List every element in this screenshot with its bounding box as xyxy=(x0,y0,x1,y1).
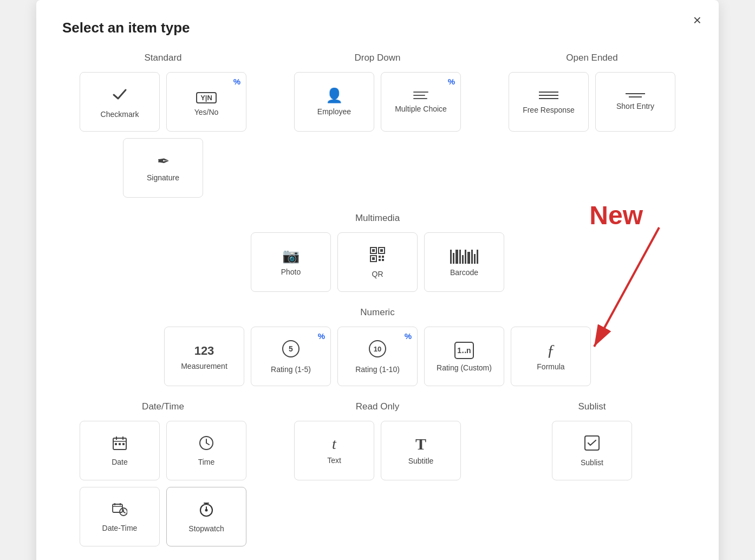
item-text[interactable]: t Text xyxy=(294,421,374,480)
svg-rect-18 xyxy=(115,443,117,445)
barcode-icon xyxy=(450,248,478,264)
formula-label: Formula xyxy=(537,362,564,371)
item-formula[interactable]: ƒ Formula xyxy=(511,327,591,386)
ratingcustom-label: Rating (Custom) xyxy=(437,363,492,372)
item-stopwatch[interactable]: Stopwatch xyxy=(166,487,246,546)
svg-rect-7 xyxy=(382,256,384,258)
openended-items: Free Response Short Entry xyxy=(509,72,675,132)
top-sections-row: Standard Checkmark % Y|N Yes/No xyxy=(62,53,693,198)
time-label: Time xyxy=(198,458,215,466)
item-rating15[interactable]: % 5 Rating (1-5) xyxy=(251,327,331,386)
employee-icon xyxy=(326,88,343,103)
datetime-label-item: Date-Time xyxy=(102,524,138,532)
multimedia-label: Multimedia xyxy=(62,213,693,224)
svg-text:10: 10 xyxy=(374,345,381,353)
standard-items: Checkmark % Y|N Yes/No Signature xyxy=(62,72,264,198)
svg-point-35 xyxy=(205,509,208,511)
dropdown-label: Drop Down xyxy=(354,53,400,63)
svg-rect-5 xyxy=(372,257,375,260)
svg-rect-20 xyxy=(122,443,125,445)
measurement-label: Measurement xyxy=(181,362,227,370)
standard-label: Standard xyxy=(145,53,182,63)
item-employee[interactable]: Employee xyxy=(294,72,374,132)
item-subtitle[interactable]: T Subtitle xyxy=(381,421,461,480)
sublist-icon xyxy=(584,435,600,454)
item-shortentry[interactable]: Short Entry xyxy=(595,72,675,132)
multiplechoice-icon xyxy=(413,90,428,100)
checkmark-label: Checkmark xyxy=(101,110,139,119)
rating15-icon: 5 xyxy=(282,340,300,361)
select-item-type-modal: Select an item type × Standard Checkmark… xyxy=(36,0,719,560)
rating15-percent: % xyxy=(318,331,325,341)
close-button[interactable]: × xyxy=(693,13,701,27)
modal-title: Select an item type xyxy=(62,19,693,36)
datetime-section: Date/Time Date Time xyxy=(62,401,264,546)
rating15-label: Rating (1-5) xyxy=(271,365,311,374)
multiplechoice-percent: % xyxy=(448,77,455,86)
standard-section: Standard Checkmark % Y|N Yes/No xyxy=(62,53,264,198)
item-time[interactable]: Time xyxy=(166,421,246,480)
ratingcustom-icon: 1‥n xyxy=(454,341,474,359)
multimedia-items: Photo QR xyxy=(62,232,693,292)
item-barcode[interactable]: Barcode xyxy=(424,232,504,292)
dropdown-items: Employee % Multiple Choice xyxy=(294,72,461,132)
item-freeresponse[interactable]: Free Response xyxy=(509,72,589,132)
sublist-section: Sublist Sublist xyxy=(491,401,693,480)
freeresponse-label: Free Response xyxy=(523,106,575,114)
yesno-percent: % xyxy=(233,77,240,86)
formula-icon: ƒ xyxy=(547,342,555,358)
dropdown-section: Drop Down Employee % Multiple Ch xyxy=(277,53,478,198)
item-checkmark[interactable]: Checkmark xyxy=(80,72,160,132)
yesno-label: Yes/No xyxy=(194,108,219,116)
photo-icon xyxy=(282,248,300,263)
item-multiplechoice[interactable]: % Multiple Choice xyxy=(381,72,461,132)
item-ratingcustom[interactable]: 1‥n Rating (Custom) xyxy=(424,327,504,386)
numeric-section: Numeric 123 Measurement % 5 Rating (1-5)… xyxy=(62,307,693,386)
readonly-section: Read Only t Text T Subtitle xyxy=(277,401,478,480)
openended-label: Open Ended xyxy=(566,53,617,63)
item-sublist[interactable]: Sublist xyxy=(552,421,632,480)
barcode-label: Barcode xyxy=(450,268,478,277)
sublist-items: Sublist xyxy=(552,421,632,480)
item-photo[interactable]: Photo xyxy=(251,232,331,292)
datetime-icon xyxy=(112,502,127,519)
datetime-label: Date/Time xyxy=(142,401,184,412)
rating110-percent: % xyxy=(405,331,412,341)
svg-rect-1 xyxy=(372,249,375,252)
yesno-icon: Y|N xyxy=(196,88,217,103)
item-yesno[interactable]: % Y|N Yes/No xyxy=(166,72,246,132)
openended-section: Open Ended Free Response xyxy=(491,53,693,198)
employee-label: Employee xyxy=(317,107,351,116)
svg-line-23 xyxy=(206,443,209,445)
time-icon xyxy=(199,435,214,453)
item-qr[interactable]: QR xyxy=(337,232,418,292)
sublist-label-item: Sublist xyxy=(581,458,603,467)
multiplechoice-label: Multiple Choice xyxy=(395,105,447,113)
freeresponse-icon xyxy=(537,89,561,101)
svg-rect-24 xyxy=(113,504,122,512)
item-date[interactable]: Date xyxy=(80,421,160,480)
signature-label: Signature xyxy=(147,173,179,182)
item-rating110[interactable]: % 10 Rating (1-10) xyxy=(337,327,418,386)
numeric-items: 123 Measurement % 5 Rating (1-5) % 10 Ra… xyxy=(62,327,693,386)
datetime-items: Date Time Date-Time xyxy=(62,421,264,546)
svg-rect-19 xyxy=(119,443,121,445)
measurement-icon: 123 xyxy=(194,342,214,357)
rating110-icon: 10 xyxy=(368,340,387,361)
checkmark-icon xyxy=(111,86,128,106)
item-signature[interactable]: Signature xyxy=(123,138,203,198)
item-datetime[interactable]: Date-Time xyxy=(80,487,160,546)
date-icon xyxy=(112,435,127,453)
shortentry-label: Short Entry xyxy=(616,102,654,110)
subtitle-label: Subtitle xyxy=(408,457,434,465)
readonly-items: t Text T Subtitle xyxy=(294,421,461,480)
svg-text:5: 5 xyxy=(289,344,293,353)
rating110-label: Rating (1-10) xyxy=(355,365,400,374)
stopwatch-icon xyxy=(198,501,214,520)
item-measurement[interactable]: 123 Measurement xyxy=(164,327,244,386)
text-icon: t xyxy=(332,437,336,452)
stopwatch-label: Stopwatch xyxy=(188,524,224,533)
signature-icon xyxy=(157,154,170,169)
text-label: Text xyxy=(327,456,341,465)
qr-label: QR xyxy=(372,270,383,278)
